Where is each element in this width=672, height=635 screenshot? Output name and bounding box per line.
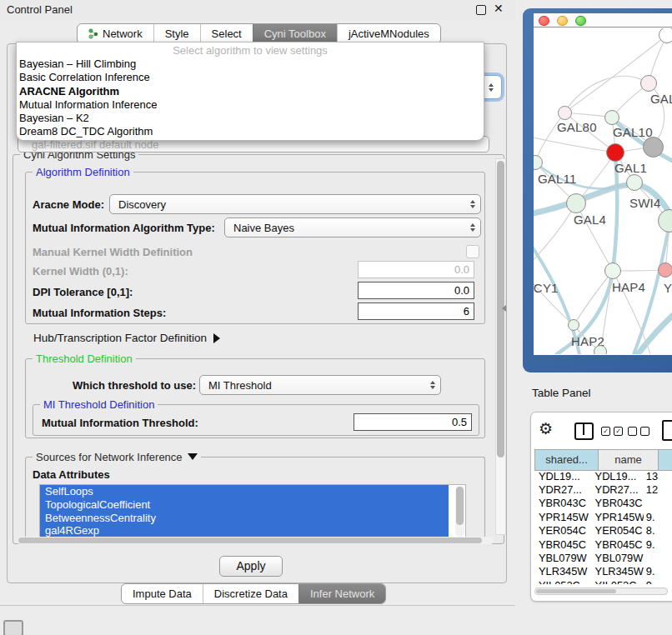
table-row[interactable]: YIL052CYIL052C9 — [534, 578, 672, 584]
network-node[interactable] — [659, 28, 672, 43]
table-row[interactable]: YDL19...YDL19...13 — [534, 469, 672, 482]
hub-factor-expander[interactable]: Hub/Transcription Factor Definition — [33, 332, 220, 344]
minimized-panel-icon[interactable] — [3, 620, 23, 635]
node-label-y: Y — [664, 281, 672, 295]
network-node-gal10[interactable] — [604, 110, 619, 125]
mi-type-value: Naive Bayes — [233, 222, 294, 234]
spinner-down-icon — [489, 88, 494, 92]
sources-group: Sources for Network Inference Data Attri… — [25, 457, 485, 537]
tab-jactivemnodules[interactable]: jActiveMNodules — [337, 24, 440, 43]
table-row[interactable]: YER054CYER054C8. — [534, 524, 672, 538]
tab-network[interactable]: Network — [78, 24, 153, 43]
hub-factor-label: Hub/Transcription Factor Definition — [33, 332, 207, 344]
node-label-gal10: GAL10 — [613, 125, 653, 139]
tab-cyni-toolbox[interactable]: Cyni Toolbox — [253, 24, 337, 43]
apply-button[interactable]: Apply — [219, 556, 283, 577]
data-attributes-list[interactable]: SelfLoopsTopologicalCoefficientBetweenne… — [39, 484, 466, 537]
tab-impute-data[interactable]: Impute Data — [122, 584, 203, 603]
table-cell: 8. — [644, 524, 672, 537]
tab-style[interactable]: Style — [153, 24, 200, 43]
network-node-hap4[interactable] — [604, 262, 621, 279]
hide-columns-icon[interactable] — [628, 427, 649, 436]
control-panel-body: gal-filtered.sif default node Select alg… — [7, 43, 507, 583]
table-row[interactable]: YBR045CYBR045C9. — [534, 538, 672, 551]
attribute-item-topologicalcoefficient[interactable]: TopologicalCoefficient — [40, 498, 449, 512]
float-window-icon[interactable] — [476, 5, 486, 15]
settings-horizontal-scrollbar[interactable] — [17, 537, 494, 544]
table-horizontal-scrollbar[interactable] — [534, 588, 668, 595]
table-header-row: shared...name — [534, 449, 672, 471]
table-row[interactable]: YLR345WYLR345W9. — [534, 565, 672, 578]
table-cell: YBR043C — [534, 497, 591, 509]
network-canvas[interactable]: GALGAL80GAL10GAL1GAL11SWI4GAL4GCY1HAP4YH… — [534, 28, 672, 354]
kernel-width-field[interactable]: 0.0 — [358, 261, 474, 278]
table-mode-gear-icon[interactable]: ⚙ — [539, 419, 553, 438]
which-threshold-value: MI Threshold — [208, 379, 272, 392]
node-label-swi4: SWI4 — [629, 196, 660, 210]
algorithm-option-basic-correlation-inference[interactable]: Basic Correlation Inference — [17, 71, 484, 84]
table-row[interactable]: YBR043CYBR043C — [534, 497, 672, 510]
spinner-up-icon — [489, 83, 494, 87]
network-view-frame: GALGAL80GAL10GAL1GAL11SWI4GAL4GCY1HAP4YH… — [523, 8, 672, 372]
attribute-item-gal4rgexp[interactable]: gal4RGexp — [40, 524, 449, 537]
dpi-tolerance-field[interactable]: 0.0 — [358, 282, 474, 299]
network-node-y[interactable] — [658, 262, 672, 278]
split-columns-icon[interactable] — [574, 422, 594, 440]
node-label-gcy1: GCY1 — [534, 281, 559, 295]
settings-vertical-scrollbar[interactable] — [495, 158, 506, 535]
mi-steps-field[interactable]: 6 — [358, 302, 474, 320]
network-node-gal4[interactable] — [566, 193, 586, 213]
network-window: GALGAL80GAL10GAL1GAL11SWI4GAL4GCY1HAP4YH… — [534, 13, 672, 355]
cyni-settings-group: Cyni Algorithm Settings Algorithm Defini… — [13, 154, 504, 544]
network-node[interactable] — [594, 345, 607, 354]
table-cell: YBR043C — [591, 497, 644, 509]
attribute-item-selfloops[interactable]: SelfLoops — [40, 485, 449, 498]
attribute-item-betweennesscentrality[interactable]: BetweennessCentrality — [40, 512, 449, 525]
node-label-gal: GAL — [650, 92, 672, 106]
algorithm-option-mutual-information-inference[interactable]: Mutual Information Inference — [17, 98, 484, 112]
minimize-window-icon[interactable] — [557, 16, 568, 27]
network-node-gal1[interactable] — [606, 143, 624, 162]
algorithm-option-dream8-dc-tdc-algorithm[interactable]: Dream8 DC_TDC Algorithm — [17, 125, 484, 138]
threshold-definition-group: Threshold Definition Which threshold to … — [25, 358, 485, 438]
table-cell: YBL079W — [591, 552, 644, 564]
aracne-mode-value: Discovery — [118, 198, 166, 211]
panel-divider-collapse-icon[interactable] — [502, 305, 506, 312]
algorithm-option-bayesian-hill-climbing[interactable]: Bayesian – Hill Climbing — [17, 58, 484, 71]
mi-type-combo[interactable]: Naive Bayes — [224, 218, 481, 238]
zoom-window-icon[interactable] — [575, 16, 586, 27]
tab-select[interactable]: Select — [200, 24, 253, 43]
attribute-list-scrollbar[interactable] — [455, 486, 464, 537]
close-window-icon[interactable] — [539, 16, 549, 27]
table-cell: 12 — [644, 483, 672, 496]
network-node-gal80[interactable] — [558, 106, 572, 120]
algorithm-option-bayesian-k2[interactable]: Bayesian – K2 — [17, 112, 484, 125]
column-header-shared[interactable]: shared... — [534, 450, 599, 470]
network-window-titlebar[interactable] — [534, 13, 672, 28]
export-table-icon[interactable] — [662, 420, 672, 441]
algorithm-option-aracne-algorithm[interactable]: ARACNE Algorithm — [17, 85, 484, 98]
tab-discretize-data[interactable]: Discretize Data — [203, 584, 298, 603]
manual-kernel-checkbox[interactable] — [466, 245, 479, 258]
network-node-gal[interactable] — [640, 75, 657, 92]
which-threshold-combo[interactable]: MI Threshold — [199, 375, 441, 395]
aracne-mode-combo[interactable]: Discovery — [109, 194, 481, 214]
mi-steps-value: 6 — [464, 305, 469, 318]
network-node-hap2[interactable] — [568, 319, 579, 331]
which-threshold-label: Which threshold to use: — [73, 379, 196, 392]
table-cell: YLR345W — [591, 565, 644, 578]
table-row[interactable]: YPR145WYPR145W9. — [534, 510, 672, 523]
show-columns-icon[interactable]: ✓✓ — [601, 427, 623, 436]
close-panel-icon[interactable]: ✕ — [494, 2, 504, 15]
table-row[interactable]: YDR27...YDR27...12 — [534, 482, 672, 496]
network-node[interactable] — [643, 137, 664, 158]
column-header-name[interactable]: name — [599, 450, 659, 470]
network-node-swi4[interactable] — [626, 174, 643, 191]
column-header-2[interactable] — [659, 450, 672, 470]
tab-infer-network[interactable]: Infer Network — [298, 584, 385, 603]
table-row[interactable]: YBL079WYBL079W — [534, 551, 672, 564]
mi-threshold-field[interactable]: 0.5 — [354, 413, 472, 431]
dpi-tolerance-value: 0.0 — [454, 284, 469, 297]
table-cell: YPR145W — [591, 511, 644, 523]
node-label-gal4: GAL4 — [574, 212, 606, 227]
